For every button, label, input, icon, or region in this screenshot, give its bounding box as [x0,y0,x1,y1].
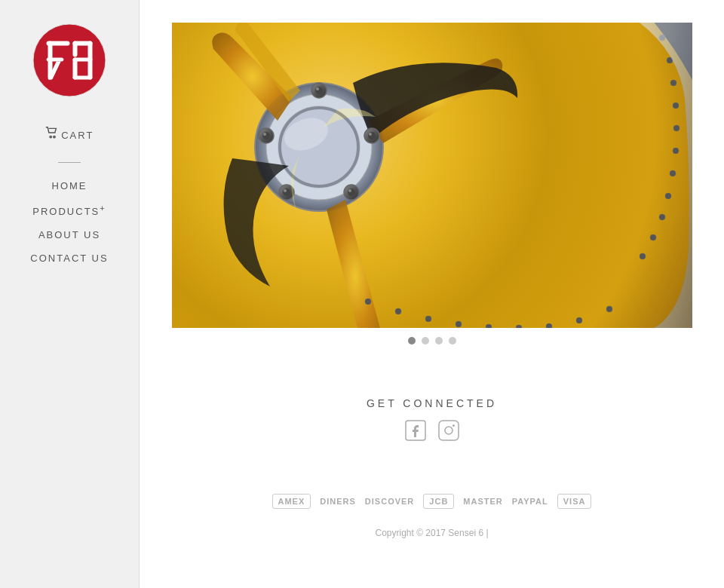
slide-dot-4[interactable] [449,337,456,345]
hero-image [172,23,692,328]
instagram-icon[interactable] [438,420,459,441]
wheel-image-svg [172,23,692,328]
nav-divider [58,162,81,163]
slide-dots [172,337,692,345]
sidebar-item-products[interactable]: PRODUCTS+ [0,198,139,223]
svg-point-37 [670,80,676,86]
cart-label: CART [61,130,94,141]
svg-point-52 [425,316,431,322]
sidebar: CART HOME PRODUCTS+ ABOUT US CONTACT US [0,0,140,588]
logo[interactable] [32,23,107,98]
svg-point-47 [576,317,582,323]
svg-point-39 [673,125,680,131]
slide-dot-2[interactable] [422,337,429,345]
svg-point-51 [456,321,462,327]
svg-point-40 [673,148,679,154]
svg-rect-57 [439,421,459,440]
hero-section [172,23,692,367]
svg-point-34 [263,133,266,136]
svg-point-42 [665,193,671,199]
main-content: GET CONNECTED Amex Diners Discover JCB M… [140,0,724,588]
sidebar-item-contact[interactable]: CONTACT US [0,247,139,270]
footer: Copyright © 2017 Sensei 6 | [375,528,488,553]
get-connected-title: GET CONNECTED [367,397,497,409]
svg-point-22 [316,87,319,90]
svg-rect-4 [47,58,63,61]
svg-point-59 [452,424,455,427]
payment-jcb: JCB [423,494,454,509]
sidebar-item-home[interactable]: HOME [0,174,139,198]
slide-dot-3[interactable] [435,337,443,345]
svg-point-44 [650,234,656,240]
products-plus-icon: + [100,204,106,213]
svg-rect-11 [73,76,92,79]
payment-diners: Diners [320,497,356,506]
sidebar-item-about[interactable]: ABOUT US [0,223,139,247]
svg-point-41 [670,170,676,176]
svg-point-21 [315,87,323,94]
cart-button[interactable]: CART [0,121,139,147]
svg-point-43 [659,214,665,220]
svg-point-12 [50,136,51,137]
svg-point-53 [395,308,401,314]
payment-amex: Amex [272,494,311,509]
svg-point-33 [262,132,270,139]
svg-point-24 [368,132,376,139]
svg-point-58 [445,427,452,434]
payment-discover: Discover [365,497,414,506]
svg-point-46 [606,306,612,312]
svg-point-30 [283,188,290,196]
svg-point-45 [640,253,646,259]
payment-section: Amex Diners Discover JCB Master PayPal V… [257,486,607,516]
payment-visa: Visa [557,494,592,509]
svg-point-31 [284,189,287,192]
svg-point-28 [348,189,351,192]
svg-rect-3 [47,41,69,45]
svg-point-27 [348,188,355,196]
get-connected-section: GET CONNECTED [367,397,497,441]
copyright-text: Copyright © 2017 Sensei 6 | [375,528,488,538]
facebook-icon[interactable] [405,420,426,441]
svg-point-48 [546,323,552,328]
svg-point-25 [369,133,372,136]
svg-point-54 [365,299,371,305]
products-label: PRODUCTS [32,206,100,217]
cart-icon [45,127,57,139]
slide-dot-1[interactable] [408,337,416,345]
payment-paypal: PayPal [512,497,548,506]
payment-master: Master [463,497,502,506]
svg-point-38 [673,103,679,109]
svg-point-13 [53,136,54,137]
social-icons [367,420,497,441]
